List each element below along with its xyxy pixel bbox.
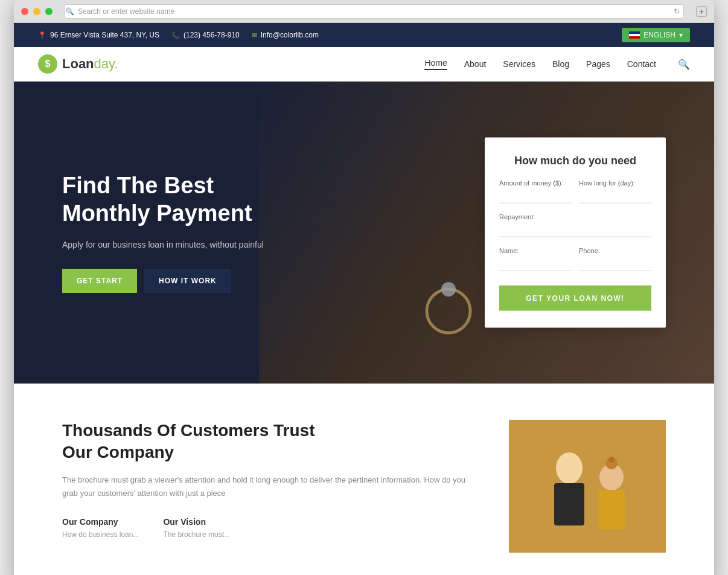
top-info-bar: 📍 96 Ernser Vista Suite 437, NY, US 📞 (1… — [14, 23, 714, 47]
nav-contact[interactable]: Contact — [627, 59, 656, 69]
minimize-btn[interactable] — [33, 8, 40, 15]
language-selector[interactable]: ENGLISH ▾ — [622, 28, 690, 42]
hero-section: Find The Best Monthly Payment Apply for … — [14, 82, 714, 384]
repayment-input[interactable] — [499, 223, 651, 237]
trust-col-vision: Our Vision The brochure must... — [163, 517, 230, 539]
amount-input[interactable] — [499, 189, 572, 204]
svg-point-4 — [556, 452, 583, 484]
trust-image — [509, 420, 666, 553]
logo-brand: Loan — [62, 56, 94, 71]
nav-about[interactable]: About — [464, 59, 487, 69]
browser-window: 🔍 Search or enter website name ↻ + 📍 96 … — [14, 0, 714, 575]
company-col-title: Our Company — [62, 517, 139, 527]
top-bar-left: 📍 96 Ernser Vista Suite 437, NY, US 📞 (1… — [38, 31, 607, 39]
phone-group: Phone: — [579, 247, 651, 271]
form-row-name-phone: Name: Phone: — [499, 247, 651, 271]
flag-icon — [629, 31, 640, 39]
trust-columns: Our Company How do business loan... Our … — [62, 517, 473, 539]
name-input[interactable] — [499, 257, 572, 271]
phone-icon: 📞 — [171, 31, 180, 39]
svg-point-10 — [608, 457, 615, 463]
phone-input[interactable] — [579, 257, 651, 271]
loan-form-card: How much do you need Amount of money ($)… — [485, 138, 666, 328]
location-icon: 📍 — [38, 31, 46, 39]
maximize-btn[interactable] — [45, 8, 53, 15]
days-group: How long for (day): — [579, 179, 651, 204]
address-item: 📍 96 Ernser Vista Suite 437, NY, US — [38, 31, 159, 39]
logo-text: Loanday. — [62, 56, 118, 72]
days-input[interactable] — [579, 189, 651, 204]
nav-services[interactable]: Services — [503, 59, 535, 69]
language-label: ENGLISH — [643, 31, 675, 39]
form-row-amount-days: Amount of money ($): How long for (day): — [499, 179, 651, 204]
language-button[interactable]: ENGLISH ▾ — [622, 28, 690, 42]
svg-rect-5 — [554, 483, 584, 525]
address-bar[interactable]: 🔍 Search or enter website name ↻ — [65, 4, 684, 19]
amount-group: Amount of money ($): — [499, 179, 572, 204]
search-icon[interactable]: 🔍 — [678, 59, 690, 70]
nav-links: Home About Services Blog Pages Contact 🔍 — [424, 58, 690, 70]
logo-symbol: $ — [45, 59, 51, 69]
repayment-group: Repayment: — [499, 213, 651, 237]
address-text: Search or enter website name — [78, 7, 174, 16]
get-loan-button[interactable]: GET YOUR LOAN NOW! — [499, 286, 651, 311]
phone-item: 📞 (123) 456-78-910 — [171, 31, 240, 39]
email-icon: ✉ — [252, 31, 257, 39]
trust-content: Thousands Of Customers Trust Our Company… — [62, 420, 473, 539]
search-icon: 🔍 — [65, 7, 74, 16]
svg-rect-8 — [598, 490, 625, 529]
company-col-text: How do business loan... — [62, 530, 139, 539]
new-tab-button[interactable]: + — [696, 6, 707, 17]
navbar: $ Loanday. Home About Services Blog Page… — [14, 47, 714, 82]
vision-col-title: Our Vision — [163, 517, 230, 527]
phone-text: (123) 456-78-910 — [184, 31, 240, 39]
name-label: Name: — [499, 247, 572, 254]
name-group: Name: — [499, 247, 572, 271]
get-start-button[interactable]: GET START — [62, 269, 137, 293]
email-item: ✉ Info@colorlib.com — [252, 31, 319, 39]
trust-section: Thousands Of Customers Trust Our Company… — [14, 384, 714, 575]
how-it-work-button[interactable]: HOW IT WORK — [144, 269, 231, 293]
vision-col-text: The brochure must... — [163, 530, 230, 539]
chevron-down-icon: ▾ — [679, 31, 683, 39]
nav-home[interactable]: Home — [424, 58, 447, 70]
nav-blog[interactable]: Blog — [552, 59, 569, 69]
nav-pages[interactable]: Pages — [586, 59, 610, 69]
days-label: How long for (day): — [579, 179, 651, 187]
browser-titlebar: 🔍 Search or enter website name ↻ + — [14, 0, 714, 23]
trust-title: Thousands Of Customers Trust Our Company — [62, 420, 473, 464]
trust-col-company: Our Company How do business loan... — [62, 517, 139, 539]
email-text: Info@colorlib.com — [261, 31, 319, 39]
svg-rect-3 — [509, 420, 666, 553]
form-row-repayment: Repayment: — [499, 213, 651, 237]
logo-icon: $ — [38, 54, 57, 74]
reload-icon: ↻ — [674, 7, 683, 16]
amount-label: Amount of money ($): — [499, 179, 572, 187]
trust-image-inner — [509, 420, 666, 553]
close-btn[interactable] — [21, 8, 28, 15]
logo-suffix: day. — [94, 56, 118, 71]
repayment-label: Repayment: — [499, 213, 651, 220]
logo[interactable]: $ Loanday. — [38, 54, 118, 74]
trust-description: The brochure must grab a viewer's attent… — [62, 474, 473, 500]
loan-form-title: How much do you need — [499, 155, 651, 167]
address-text: 96 Ernser Vista Suite 437, NY, US — [50, 31, 159, 39]
phone-label: Phone: — [579, 247, 651, 254]
